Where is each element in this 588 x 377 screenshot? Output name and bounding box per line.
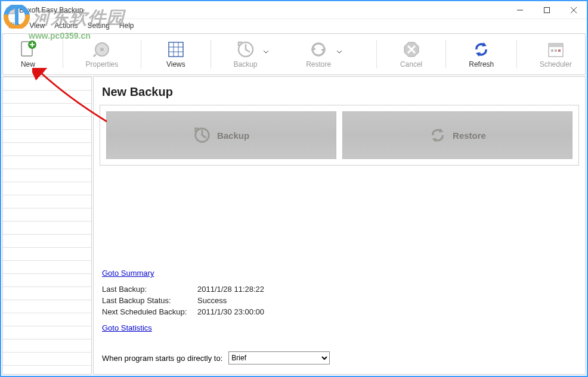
properties-icon <box>92 40 112 59</box>
last-backup-label: Last Backup: <box>102 285 197 294</box>
svg-rect-23 <box>549 43 563 47</box>
toolbar-separator <box>63 40 63 68</box>
goto-summary-link[interactable]: Goto Summary <box>102 269 154 278</box>
restore-icon <box>309 40 328 59</box>
titlebar: Boxoft Easy Backup <box>1 1 587 19</box>
toolbar-separator <box>445 40 446 68</box>
scheduler-icon <box>546 40 565 59</box>
restore-label: Restore <box>306 60 331 68</box>
svg-rect-24 <box>551 49 553 52</box>
restore-button[interactable]: Restore <box>300 35 337 73</box>
page-title: New Backup <box>100 82 579 105</box>
menu-actions[interactable]: Actions <box>49 20 82 31</box>
action-buttons-row: Backup Restore <box>100 105 579 166</box>
properties-button[interactable]: Properties <box>80 35 125 73</box>
summary-section: Goto Summary Last Backup: 2011/1/28 11:2… <box>100 257 579 339</box>
backup-icon <box>193 126 211 144</box>
svg-rect-26 <box>558 49 561 52</box>
views-icon <box>166 40 185 59</box>
close-button[interactable] <box>560 1 587 18</box>
menu-help[interactable]: Help <box>114 20 139 31</box>
startup-label: When program starts go directly to: <box>102 354 222 363</box>
goto-statistics-link[interactable]: Goto Statistics <box>102 323 152 332</box>
last-status-label: Last Backup Status: <box>102 296 197 305</box>
startup-row: When program starts go directly to: Brie… <box>100 339 579 369</box>
svg-rect-1 <box>7 8 15 14</box>
cancel-icon <box>402 40 421 59</box>
backup-button[interactable]: Backup <box>227 35 263 73</box>
startup-select[interactable]: Brief <box>228 351 330 364</box>
next-sched-label: Next Scheduled Backup: <box>102 307 197 316</box>
app-icon <box>6 5 16 15</box>
refresh-label: Refresh <box>469 60 494 68</box>
properties-label: Properties <box>86 60 119 68</box>
minimize-button[interactable] <box>506 1 533 18</box>
content-panel: New Backup Backup Restore Goto Summary L… <box>93 76 586 375</box>
svg-rect-2 <box>8 9 14 10</box>
svg-point-12 <box>100 48 104 51</box>
menubar: File View Actions Setting Help <box>1 19 587 32</box>
last-backup-row: Last Backup: 2011/1/28 11:28:22 <box>102 285 577 294</box>
next-sched-row: Next Scheduled Backup: 2011/1/30 23:00:0… <box>102 307 577 316</box>
refresh-button[interactable]: Refresh <box>463 35 500 73</box>
last-status-value: Success <box>197 296 227 305</box>
views-button[interactable]: Views <box>158 35 194 73</box>
backup-icon <box>236 40 255 59</box>
sidebar[interactable] <box>2 76 92 375</box>
menu-file[interactable]: File <box>4 20 24 31</box>
svg-rect-13 <box>169 42 183 57</box>
menu-view[interactable]: View <box>24 20 49 31</box>
last-backup-value: 2011/1/28 11:28:22 <box>197 285 264 294</box>
window-title: Boxoft Easy Backup <box>19 6 506 14</box>
cancel-label: Cancel <box>400 60 422 68</box>
scheduler-button[interactable]: Scheduler <box>534 35 578 73</box>
toolbar-separator <box>211 40 211 68</box>
restore-icon <box>429 126 447 144</box>
cancel-button[interactable]: Cancel <box>394 35 429 73</box>
svg-rect-4 <box>544 7 549 13</box>
new-label: New <box>21 60 35 68</box>
toolbar-separator <box>141 40 141 68</box>
new-icon <box>18 40 38 59</box>
toolbar-separator <box>376 40 377 68</box>
big-restore-button[interactable]: Restore <box>342 111 572 159</box>
backup-label: Backup <box>233 60 257 68</box>
main-area: New Backup Backup Restore Goto Summary L… <box>2 76 586 375</box>
next-sched-value: 2011/1/30 23:00:00 <box>197 307 264 316</box>
big-backup-button[interactable]: Backup <box>106 111 336 159</box>
new-button[interactable]: New <box>10 35 46 73</box>
sidebar-list <box>3 77 91 374</box>
toolbar: New Properties Views Backup Restore <box>2 33 586 75</box>
maximize-button[interactable] <box>533 1 560 18</box>
big-backup-label: Backup <box>217 130 249 141</box>
scheduler-label: Scheduler <box>540 60 572 68</box>
menu-setting[interactable]: Setting <box>83 20 114 31</box>
chevron-down-icon[interactable] <box>264 48 268 57</box>
last-status-row: Last Backup Status: Success <box>102 296 577 305</box>
views-label: Views <box>166 60 185 68</box>
toolbar-separator <box>516 40 517 68</box>
refresh-icon <box>472 40 491 59</box>
big-restore-label: Restore <box>453 130 486 141</box>
chevron-down-icon[interactable] <box>337 48 342 57</box>
svg-rect-25 <box>555 49 557 52</box>
